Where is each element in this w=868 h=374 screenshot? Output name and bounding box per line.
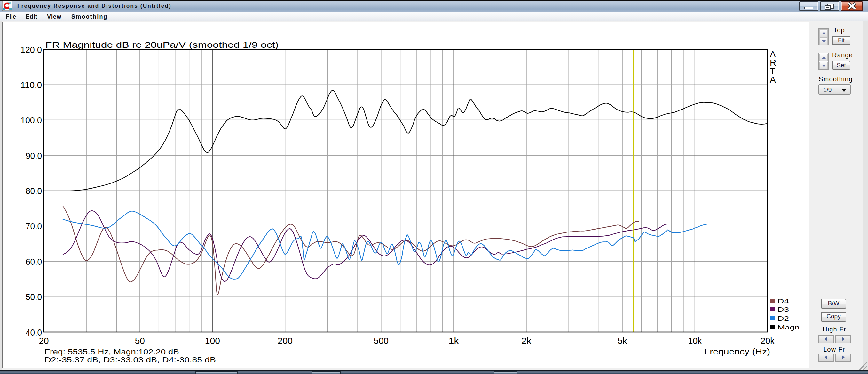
svg-text:90.0: 90.0 — [26, 151, 42, 161]
svg-text:Frequency (Hz): Frequency (Hz) — [704, 347, 770, 356]
svg-text:D3: D3 — [777, 306, 789, 313]
svg-text:D4: D4 — [777, 298, 789, 305]
svg-text:A: A — [770, 75, 776, 85]
svg-text:60.0: 60.0 — [26, 257, 42, 267]
svg-text:200: 200 — [278, 336, 292, 346]
svg-text:20k: 20k — [761, 336, 775, 346]
svg-text:80.0: 80.0 — [26, 186, 42, 196]
svg-text:120.0: 120.0 — [21, 45, 42, 55]
svg-text:50: 50 — [135, 336, 145, 346]
svg-text:100: 100 — [205, 336, 220, 346]
svg-text:FR Magnitude dB re 20uPa/V (sm: FR Magnitude dB re 20uPa/V (smoothed 1/9… — [45, 40, 279, 50]
svg-text:70.0: 70.0 — [26, 221, 42, 231]
svg-text:20: 20 — [39, 336, 49, 346]
svg-text:10k: 10k — [688, 336, 702, 346]
svg-text:500: 500 — [374, 336, 389, 346]
svg-text:110.0: 110.0 — [21, 80, 42, 90]
svg-text:100.0: 100.0 — [21, 115, 42, 125]
svg-text:1k: 1k — [449, 336, 459, 346]
svg-text:2k: 2k — [521, 336, 532, 346]
svg-text:5k: 5k — [618, 336, 627, 346]
svg-text:Magn: Magn — [777, 324, 800, 331]
svg-text:D2:-35.37 dB, D3:-33.03 dB, D4: D2:-35.37 dB, D3:-33.03 dB, D4:-30.85 dB — [44, 356, 216, 364]
svg-text:D2: D2 — [777, 315, 789, 322]
svg-text:50.0: 50.0 — [26, 292, 42, 302]
svg-text:Freq: 5535.5 Hz, Magn:102.20 d: Freq: 5535.5 Hz, Magn:102.20 dB — [44, 348, 179, 356]
